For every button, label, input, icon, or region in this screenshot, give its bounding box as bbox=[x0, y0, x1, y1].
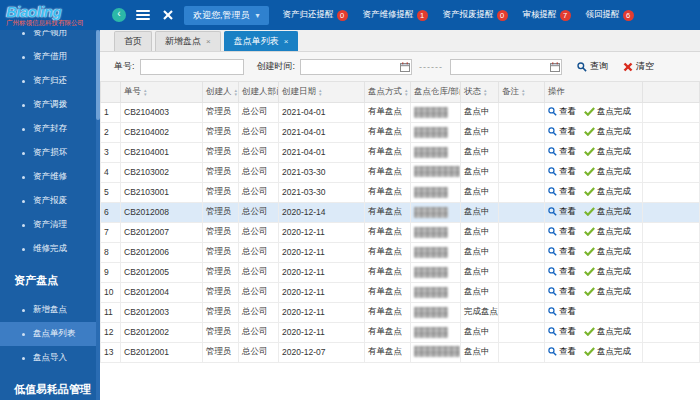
create-date: 2021-03-30 bbox=[279, 182, 365, 202]
tab-close-icon[interactable]: × bbox=[206, 37, 211, 46]
view-action[interactable]: 查看 bbox=[548, 306, 576, 318]
filler-cell bbox=[643, 182, 700, 202]
tab-盘点单列表[interactable]: 盘点单列表× bbox=[224, 31, 299, 51]
view-action[interactable]: 查看 bbox=[548, 266, 576, 278]
table-row[interactable]: 10CB2012004管理员总公司2020-12-11有单盘点盘点中查看盘点完成 bbox=[101, 282, 700, 302]
table-row[interactable]: 4CB2103002管理员总公司2021-03-30有单盘点理点盘点中查看盘点完… bbox=[101, 162, 700, 182]
calendar-icon[interactable] bbox=[400, 62, 410, 74]
tab-close-icon[interactable]: × bbox=[284, 37, 289, 46]
complete-count-action[interactable]: 盘点完成 bbox=[584, 226, 631, 238]
complete-count-action[interactable]: 盘点完成 bbox=[584, 166, 631, 178]
sidebar-item-资产调拨[interactable]: 资产调拨 bbox=[0, 93, 100, 117]
view-action[interactable]: 查看 bbox=[548, 246, 576, 258]
company-name: 广州标领信息科技有限公司 bbox=[6, 20, 112, 27]
complete-count-action[interactable]: 盘点完成 bbox=[584, 206, 631, 218]
view-action-label: 查看 bbox=[559, 226, 576, 238]
column-header-状态[interactable]: 状态▴▾ bbox=[461, 82, 499, 102]
sidebar-item-label: 资产封存 bbox=[33, 123, 67, 135]
column-header-盘点方式[interactable]: 盘点方式▴▾ bbox=[365, 82, 411, 102]
table-row[interactable]: 9CB2012005管理员总公司2020-12-11有单盘点盘点中查看盘点完成 bbox=[101, 262, 700, 282]
view-action[interactable]: 查看 bbox=[548, 346, 576, 358]
complete-count-action[interactable]: 盘点完成 bbox=[584, 146, 631, 158]
sidebar-item-资产清理[interactable]: 资产清理 bbox=[0, 213, 100, 237]
close-all-tabs-icon[interactable] bbox=[162, 9, 174, 21]
warehouse-cell: 理点 bbox=[411, 162, 461, 182]
view-action[interactable]: 查看 bbox=[548, 226, 576, 238]
view-action[interactable]: 查看 bbox=[548, 206, 576, 218]
view-action[interactable]: 查看 bbox=[548, 326, 576, 338]
search-icon bbox=[577, 62, 587, 72]
complete-count-action[interactable]: 盘点完成 bbox=[584, 286, 631, 298]
complete-count-action[interactable]: 盘点完成 bbox=[584, 266, 631, 278]
table-row[interactable]: 2CB2104002管理员总公司2021-04-01有单盘点盘点中查看盘点完成 bbox=[101, 122, 700, 142]
table-row[interactable]: 1CB2104003管理员总公司2021-04-01有单盘点盘点中查看盘点完成 bbox=[101, 102, 700, 122]
sidebar-item-资产维修[interactable]: 资产维修 bbox=[0, 165, 100, 189]
table-row[interactable]: 8CB2012006管理员总公司2020-12-11有单盘点盘点中查看盘点完成 bbox=[101, 242, 700, 262]
column-header-备注[interactable]: 备注▴▾ bbox=[499, 82, 545, 102]
view-action[interactable]: 查看 bbox=[548, 126, 576, 138]
complete-count-action[interactable]: 盘点完成 bbox=[584, 106, 631, 118]
sidebar-item-资产归还[interactable]: 资产归还 bbox=[0, 69, 100, 93]
complete-count-action[interactable]: 盘点完成 bbox=[584, 126, 631, 138]
table-row[interactable]: 11CB2012003管理员总公司2020-12-11有单盘点完成盘点查看 bbox=[101, 302, 700, 322]
date-from-input[interactable] bbox=[300, 59, 412, 75]
complete-count-action[interactable]: 盘点完成 bbox=[584, 326, 631, 338]
notification-item[interactable]: 审核提醒7 bbox=[523, 9, 571, 21]
view-action[interactable]: 查看 bbox=[548, 146, 576, 158]
column-header-单号[interactable]: 单号▴▾ bbox=[121, 82, 203, 102]
table-row[interactable]: 12CB2012002管理员总公司2020-12-11有单盘点盘点中查看盘点完成 bbox=[101, 322, 700, 342]
sidebar-collapse-button[interactable]: ‹ bbox=[112, 8, 126, 22]
sidebar-item-维修完成[interactable]: 维修完成 bbox=[0, 237, 100, 261]
row-number: 13 bbox=[101, 342, 121, 362]
complete-count-action[interactable]: 盘点完成 bbox=[584, 246, 631, 258]
user-menu-button[interactable]: 欢迎您,管理员 ▾ bbox=[184, 6, 269, 25]
column-header-创建日期[interactable]: 创建日期▴▾ bbox=[279, 82, 365, 102]
sort-icon: ▴▾ bbox=[235, 88, 238, 96]
view-action[interactable]: 查看 bbox=[548, 166, 576, 178]
menu-icon[interactable] bbox=[136, 10, 150, 20]
clear-button[interactable]: 清空 bbox=[623, 60, 654, 73]
column-header-盘点仓库/部门[interactable]: 盘点仓库/部门▴▾ bbox=[411, 82, 461, 102]
table-row[interactable]: 3CB2104001管理员总公司2021-04-01有单盘点盘点中查看盘点完成 bbox=[101, 142, 700, 162]
view-action[interactable]: 查看 bbox=[548, 106, 576, 118]
sidebar-item-盘点导入[interactable]: 盘点导入 bbox=[0, 346, 100, 370]
complete-count-action[interactable]: 盘点完成 bbox=[584, 346, 631, 358]
notification-label: 资产归还提醒 bbox=[283, 9, 334, 21]
table-row[interactable]: 13CB2012001管理员总公司2020-12-07有单盘点理点盘点中查看盘点… bbox=[101, 342, 700, 362]
order-number-input[interactable] bbox=[140, 59, 244, 75]
tab-新增盘点[interactable]: 新增盘点× bbox=[155, 31, 221, 51]
sidebar-item-资产损坏[interactable]: 资产损坏 bbox=[0, 141, 100, 165]
create-date: 2021-04-01 bbox=[279, 102, 365, 122]
date-to-input[interactable] bbox=[450, 59, 562, 75]
order-code: CB2012004 bbox=[121, 282, 203, 302]
redacted-warehouse bbox=[414, 227, 448, 238]
view-action[interactable]: 查看 bbox=[548, 286, 576, 298]
notification-item[interactable]: 资产报废提醒0 bbox=[443, 9, 508, 21]
notification-item[interactable]: 资产归还提醒0 bbox=[283, 9, 348, 21]
table-row[interactable]: 5CB2103001管理员总公司2021-03-30有单盘点盘点中查看盘点完成 bbox=[101, 182, 700, 202]
table-row[interactable]: 6CB2012008管理员总公司2020-12-14有单盘点盘点中查看盘点完成 bbox=[101, 202, 700, 222]
column-header-label: 状态 bbox=[464, 86, 481, 96]
tab-首页[interactable]: 首页 bbox=[114, 31, 152, 51]
notification-item[interactable]: 领回提醒6 bbox=[586, 9, 634, 21]
sidebar-item-盘点单列表[interactable]: 盘点单列表 bbox=[0, 322, 100, 346]
status-cell: 盘点中 bbox=[461, 342, 499, 362]
view-action[interactable]: 查看 bbox=[548, 186, 576, 198]
remark-cell bbox=[499, 322, 545, 342]
calendar-icon[interactable] bbox=[550, 62, 560, 74]
remark-cell bbox=[499, 102, 545, 122]
sidebar-item-资产借用[interactable]: 资产借用 bbox=[0, 45, 100, 69]
sidebar-item-label: 资产领用 bbox=[33, 30, 67, 39]
complete-count-action[interactable]: 盘点完成 bbox=[584, 186, 631, 198]
column-header-创建人部门[interactable]: 创建人部门▴▾ bbox=[239, 82, 279, 102]
sidebar-item-资产领用[interactable]: 资产领用 bbox=[0, 30, 100, 45]
sidebar-item-资产封存[interactable]: 资产封存 bbox=[0, 117, 100, 141]
sidebar-item-资产报废[interactable]: 资产报废 bbox=[0, 189, 100, 213]
notification-item[interactable]: 资产维修提醒1 bbox=[363, 9, 428, 21]
table-row[interactable]: 7CB2012007管理员总公司2020-12-11有单盘点盘点中查看盘点完成 bbox=[101, 222, 700, 242]
complete-action-label: 盘点完成 bbox=[597, 126, 631, 138]
column-header-创建人[interactable]: 创建人▴▾ bbox=[203, 82, 239, 102]
sidebar-item-新增盘点[interactable]: 新增盘点 bbox=[0, 298, 100, 322]
search-icon bbox=[548, 147, 557, 156]
search-button[interactable]: 查询 bbox=[577, 60, 608, 73]
